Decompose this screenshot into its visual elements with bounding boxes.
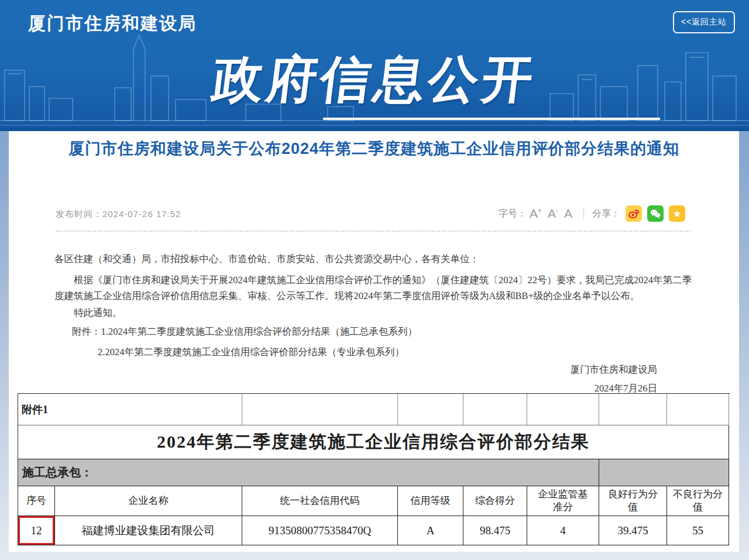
back-to-main-site-button[interactable]: <<返回主站 <box>673 11 735 33</box>
table-cell-good-score: 39.475 <box>599 516 667 545</box>
article-title: 厦门市住房和建设局关于公布2024年第二季度建筑施工企业信用评价部分结果的通知 <box>9 136 739 162</box>
favorite-star-icon[interactable]: ★ <box>669 205 685 222</box>
spreadsheet-empty-cell <box>527 394 599 425</box>
spreadsheet-empty-cell <box>599 394 667 425</box>
spreadsheet-empty-cell <box>398 394 463 425</box>
body-paragraph: 根据《厦门市住房和建设局关于开展2024年建筑施工企业信用综合评价工作的通知》（… <box>54 272 697 304</box>
table-cell-credit-code: 91350800775358470Q <box>242 516 398 545</box>
attachment-line-2: 2.2024年第二季度建筑施工企业信用综合评价部分结果（专业承包系列） <box>98 346 404 359</box>
meta-divider <box>583 208 584 219</box>
annex-label-cell: 附件1 <box>18 394 242 425</box>
title-underline <box>323 118 660 120</box>
column-header-index: 序号 <box>18 486 55 516</box>
spreadsheet-empty-cell <box>667 394 729 425</box>
section-empty-cell <box>599 459 729 486</box>
column-header-credit-code: 统一社会信用代码 <box>242 486 398 516</box>
font-size-label: 字号： <box>499 208 527 220</box>
signature-agency: 厦门市住房和建设局 <box>571 363 658 376</box>
column-header-score: 综合得分 <box>463 486 527 516</box>
section-label-cell: 施工总承包： <box>18 459 599 486</box>
font-smaller-button[interactable]: A- <box>548 207 558 221</box>
share-label: 分享： <box>592 208 620 220</box>
column-header-company: 企业名称 <box>55 486 242 516</box>
table-cell-company: 福建博业建设集团有限公司 <box>55 516 242 545</box>
column-header-bad-score: 不良行为分 值 <box>667 486 729 516</box>
government-banner: 厦门市住房和建设局 <<返回主站 政府信息公开 <box>0 0 749 131</box>
font-normal-button[interactable]: A <box>564 207 572 221</box>
table-cell-grade: A <box>398 516 463 545</box>
column-header-grade: 信用等级 <box>398 486 463 516</box>
wechat-icon[interactable] <box>647 205 664 222</box>
column-header-base-score: 企业监管基 准分 <box>527 486 599 516</box>
weibo-icon[interactable] <box>626 205 642 222</box>
salutation: 各区住建（和交通）局，市招投标中心、市造价站、市质安站、市公共资源交易中心，各有… <box>54 253 698 266</box>
table-title: 2024年第二季度建筑施工企业信用综合评价部分结果 <box>18 425 729 459</box>
credit-evaluation-table: 附件1 2024年第二季度建筑施工企业信用综合评价部分结果 施工总承包： 序号 … <box>18 393 730 545</box>
spreadsheet-empty-cell <box>463 394 527 425</box>
attachment-line-1: 附件：1.2024年第二季度建筑施工企业信用综合评价部分结果（施工总承包系列） <box>72 325 417 338</box>
article-panel: 厦门市住房和建设局关于公布2024年第二季度建筑施工企业信用评价部分结果的通知 … <box>9 131 739 552</box>
closing-line: 特此通知。 <box>54 307 122 319</box>
dotted-divider <box>56 231 690 232</box>
site-name: 厦门市住房和建设局 <box>28 12 197 36</box>
page-title: 政府信息公开 <box>0 46 749 114</box>
table-cell-index-highlighted: 12 <box>18 516 55 545</box>
page: 厦门市住房和建设局 <<返回主站 政府信息公开 厦门市住房和建设局关于公布202… <box>0 0 749 560</box>
meta-toolbar: 字号： A+ A- A 分享： <box>499 205 685 222</box>
font-larger-button[interactable]: A+ <box>530 207 542 221</box>
column-header-good-score: 良好行为分 值 <box>599 486 667 516</box>
table-cell-bad-score: 55 <box>667 516 729 545</box>
table-cell-base-score: 4 <box>527 516 599 545</box>
table-cell-score: 98.475 <box>463 516 527 545</box>
publish-time: 发布时间：2024-07-26 17:52 <box>56 209 181 220</box>
spreadsheet-empty-cell <box>242 394 398 425</box>
